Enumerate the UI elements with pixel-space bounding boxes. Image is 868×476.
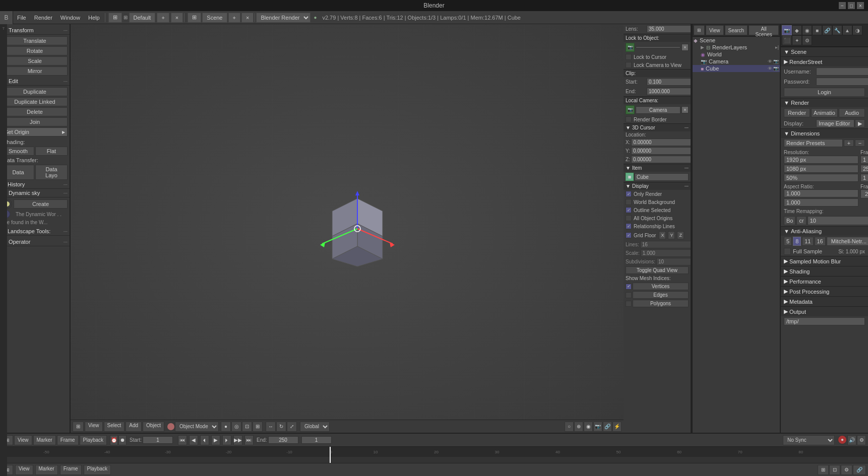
frame-ste-input[interactable] <box>860 174 868 182</box>
lock-to-cursor-checkbox[interactable] <box>626 54 632 60</box>
timeline-playback-button[interactable]: Playback <box>80 435 107 445</box>
menu-item-file[interactable]: File <box>13 11 30 24</box>
record-button[interactable]: ⏺ <box>118 435 127 445</box>
menu-item-window[interactable]: Window <box>56 11 84 24</box>
display-expand-btn[interactable]: ▶ <box>855 119 865 127</box>
add-button[interactable]: Add <box>126 422 142 432</box>
3d-cursor-header[interactable]: ▼ 3D Cursor ··· <box>624 123 691 131</box>
transform-space-select[interactable]: Global Local <box>300 422 330 432</box>
workspace-remove-button[interactable]: × <box>171 13 183 23</box>
only-render-checkbox[interactable]: ✓ <box>626 191 632 197</box>
timeline-view-button[interactable]: View <box>14 435 32 445</box>
transform-header[interactable]: ▼ Transform ··· <box>0 26 70 35</box>
solid-view-button[interactable]: ● <box>221 422 231 432</box>
edges-checkbox[interactable] <box>626 292 632 298</box>
cursor-x-input[interactable] <box>631 139 692 146</box>
local-camera-close-button[interactable]: × <box>681 106 689 113</box>
status-marker-button[interactable]: Marker <box>35 465 58 475</box>
remap-val1-input[interactable] <box>808 216 868 225</box>
material-icon-button[interactable]: ◑ <box>852 25 862 35</box>
scale-manip-button[interactable]: ⤢ <box>287 422 297 432</box>
polygons-checkbox[interactable] <box>626 301 632 307</box>
item-header[interactable]: ▼ Item ··· <box>624 164 691 172</box>
texture-view-button[interactable]: ⊡ <box>242 422 252 432</box>
grid-floor-checkbox[interactable]: ✓ <box>626 232 632 238</box>
timeline-frame-button[interactable]: Frame <box>57 435 79 445</box>
bo-btn[interactable]: Bo <box>784 216 795 225</box>
camera-item[interactable]: 📷 Camera 👁 📷 <box>693 58 780 65</box>
status-view-button[interactable]: View <box>15 465 33 475</box>
workspace-name-button[interactable]: Default <box>129 13 156 23</box>
pivot-button[interactable]: ◉ <box>584 422 593 432</box>
play-button[interactable]: ▶ <box>211 435 220 445</box>
metadata-header[interactable]: ▶ Metadata <box>781 296 868 306</box>
local-camera-btn[interactable]: Camera <box>636 106 680 114</box>
item-name-input[interactable] <box>635 173 689 181</box>
object-button[interactable]: Object <box>143 422 164 432</box>
renderstreet-header[interactable]: ▶ RenderStreet <box>781 56 868 66</box>
titlebar-controls[interactable]: − □ × <box>839 2 864 9</box>
aa-16-btn[interactable]: 16 <box>815 237 826 246</box>
status-btn-1[interactable]: ⊞ <box>818 465 829 475</box>
full-sample-checkbox[interactable] <box>784 248 791 255</box>
subdivisions-input[interactable] <box>656 258 692 265</box>
clip-end-input[interactable] <box>647 88 692 95</box>
aspect-y-input[interactable] <box>784 198 858 207</box>
next-frame-button[interactable]: ▶▶ <box>233 435 242 445</box>
render-icon-button[interactable]: 📷 <box>782 25 792 35</box>
snap-button[interactable]: ⊕ <box>574 422 583 432</box>
relationship-lines-checkbox[interactable]: ✓ <box>626 223 632 229</box>
aa-filter-select[interactable]: Mitchell-Netr... <box>827 237 868 246</box>
cube-item[interactable]: ■ Cube 👁 📷 <box>693 65 780 72</box>
timeline-settings-button[interactable]: ⚙ <box>857 435 866 445</box>
rotate-manip-button[interactable]: ↻ <box>276 422 286 432</box>
presets-add-btn[interactable]: + <box>844 140 854 147</box>
toggle-quad-view-button[interactable]: Toggle Quad View <box>626 266 689 274</box>
translate-manip-button[interactable]: ↔ <box>266 422 276 432</box>
view-button-outliner[interactable]: View <box>706 25 724 35</box>
modifier-icon-button[interactable]: 🔧 <box>832 25 842 35</box>
particles-icon-button[interactable]: ✦ <box>792 35 802 45</box>
status-frame-button[interactable]: Frame <box>60 465 82 475</box>
output-header[interactable]: ▶ Output <box>781 306 868 316</box>
timeline-track[interactable]: -50 -40 -30 -20 -10 0 10 20 30 40 50 60 … <box>0 447 868 463</box>
login-button[interactable]: Login <box>784 88 865 97</box>
dimensions-header[interactable]: ▼ Dimensions <box>781 128 868 138</box>
duplicate-button[interactable]: Duplicate <box>2 87 68 96</box>
username-input[interactable] <box>816 67 868 76</box>
res-x-input[interactable] <box>784 156 858 164</box>
maximize-button[interactable]: □ <box>848 2 855 9</box>
scale-button[interactable]: Scale <box>2 56 68 65</box>
render-layers-item[interactable]: ▶ ⊟ RenderLayers ▸| <box>693 44 780 51</box>
camera-close-button[interactable]: × <box>681 44 689 51</box>
scale-input[interactable] <box>641 249 692 257</box>
status-btn-4[interactable]: 🔗 <box>853 465 866 475</box>
delete-button[interactable]: Delete <box>2 107 68 116</box>
viewport-icon-button[interactable]: ⊞ <box>73 422 84 432</box>
timeline-playhead[interactable] <box>330 447 331 463</box>
all-object-origins-checkbox[interactable] <box>626 215 632 221</box>
render-presets-btn[interactable]: Render Presets <box>784 139 843 147</box>
render-section-header[interactable]: ▼ Render <box>781 98 868 107</box>
rendered-view-button[interactable]: ⊞ <box>253 422 263 432</box>
prev-keyframe-button[interactable]: ⏴ <box>200 435 209 445</box>
lock-to-object-header[interactable]: Lock to Object: <box>624 34 691 42</box>
camera-btn[interactable] <box>636 46 680 48</box>
aa-11-btn[interactable]: 11 <box>802 237 813 246</box>
performance-header[interactable]: ▶ Performance <box>781 276 868 286</box>
lines-input[interactable] <box>640 241 692 248</box>
next-keyframe-button[interactable]: ⏵ <box>222 435 231 445</box>
sampled-motion-header[interactable]: ▶ Sampled Motion Blur <box>781 256 868 266</box>
clock-icon-button[interactable]: ⏰ <box>110 435 118 445</box>
scene-link-button[interactable]: 🔗 <box>603 422 612 432</box>
select-button[interactable]: Select <box>104 422 125 432</box>
physics-icon-button[interactable]: ⚙ <box>802 35 812 45</box>
minimize-button[interactable]: − <box>839 2 846 9</box>
polygons-button[interactable]: Polygons <box>633 300 689 307</box>
edit-header[interactable]: ▼ Edit ··· <box>0 77 70 86</box>
display-header[interactable]: ▼ Display ··· <box>624 182 691 190</box>
all-scenes-button[interactable]: All Scenes <box>749 25 779 35</box>
grid-z-button[interactable]: Z <box>677 231 684 239</box>
edges-button[interactable]: Edges <box>633 291 689 299</box>
scene-type-button[interactable]: ⊞ <box>188 13 201 23</box>
